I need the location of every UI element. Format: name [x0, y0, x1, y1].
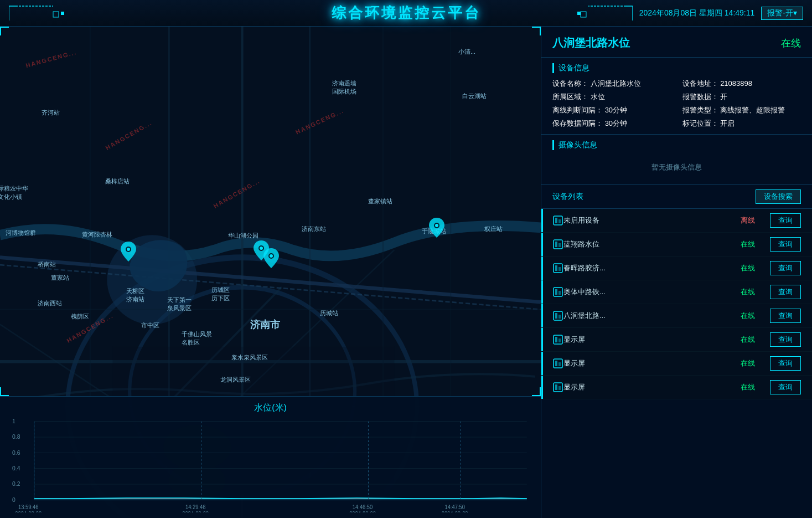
- svg-rect-85: [558, 386, 561, 390]
- info-mark-value: 开启: [720, 119, 735, 127]
- device-icon: [552, 358, 563, 369]
- svg-rect-74: [554, 311, 562, 320]
- info-alarm-type-value: 离线报警、超限报警: [720, 106, 785, 114]
- svg-text:13:59:46: 13:59:46: [18, 504, 39, 510]
- device-query-button[interactable]: 查询: [770, 285, 801, 299]
- header-right-decoration: [577, 5, 633, 22]
- info-save-label: 保存数据间隔：: [552, 119, 603, 127]
- svg-rect-79: [558, 339, 561, 342]
- info-save-interval: 保存数据间隔： 30分钟: [552, 119, 671, 129]
- svg-text:0.4: 0.4: [12, 465, 20, 471]
- device-row-status: 在线: [737, 239, 759, 249]
- info-name-value: 八涧堡北路水位: [591, 79, 641, 88]
- device-query-button[interactable]: 查询: [770, 356, 801, 371]
- device-query-button[interactable]: 查询: [770, 261, 801, 275]
- row-border: [541, 328, 543, 351]
- info-area-value: 水位: [591, 93, 605, 101]
- alarm-toggle-button[interactable]: 报警-开▾: [761, 7, 803, 20]
- device-row-status: 在线: [737, 311, 759, 321]
- row-border: [541, 376, 543, 399]
- chart-title: 水位(米): [11, 402, 530, 414]
- svg-rect-69: [555, 265, 557, 271]
- map-area: 齐河站 桑梓店站 济南遥墙国际机场 白云湖站 董家镇站 济南东站 于陵城站 权庄…: [0, 27, 541, 518]
- device-list-row: 蓝翔路水位在线查询: [541, 233, 812, 257]
- device-icon: [552, 334, 563, 345]
- device-row-name: 显示屏: [563, 335, 737, 345]
- header-left-deco: [9, 5, 64, 22]
- page-title: 综合环境监控云平台: [332, 3, 481, 23]
- svg-text:14:47:50: 14:47:50: [444, 504, 465, 510]
- info-mark-pos: 标记位置： 开启: [682, 119, 801, 129]
- device-list-title: 设备列表: [552, 192, 583, 202]
- device-icon: [552, 286, 563, 298]
- svg-rect-2: [61, 12, 64, 15]
- main-container: 齐河站 桑梓店站 济南遥墙国际机场 白云湖站 董家镇站 济南东站 于陵城站 权庄…: [0, 27, 812, 518]
- device-list: 未启用设备离线查询 蓝翔路水位在线查询 春晖路胶济...在线查询 奥体中路铁..…: [541, 209, 812, 518]
- svg-point-32: [270, 254, 273, 258]
- svg-rect-83: [554, 383, 562, 392]
- svg-text:1: 1: [12, 418, 15, 424]
- datetime-display: 2024年08月08日 星期四 14:49:11: [639, 8, 755, 18]
- svg-point-34: [435, 224, 438, 227]
- device-row-status: 在线: [737, 263, 759, 273]
- device-search-button[interactable]: 设备搜索: [756, 189, 801, 204]
- device-row-status: 在线: [737, 358, 759, 368]
- map-marker-1[interactable]: [121, 242, 136, 261]
- svg-rect-82: [558, 362, 561, 366]
- device-list-row: 显示屏在线查询: [541, 352, 812, 376]
- svg-rect-68: [554, 264, 562, 273]
- header: 综合环境监控云平台 2024年08月08日 星期四 14:49:11 报警-开▾: [0, 0, 812, 27]
- svg-rect-64: [558, 219, 561, 223]
- device-header: 八涧堡北路水位 在线: [541, 27, 812, 58]
- info-save-value: 30分钟: [605, 119, 627, 127]
- device-list-row: 显示屏在线查询: [541, 376, 812, 399]
- device-info-section: 设备信息 设备名称： 八涧堡北路水位 设备地址： 21083898 所属区域： …: [541, 58, 812, 135]
- device-icon: [552, 382, 563, 393]
- device-query-button[interactable]: 查询: [770, 332, 801, 347]
- info-mark-label: 标记位置：: [682, 119, 718, 127]
- svg-rect-80: [554, 359, 562, 368]
- info-grid: 设备名称： 八涧堡北路水位 设备地址： 21083898 所属区域： 水位 报警…: [552, 79, 801, 129]
- device-row-name: 显示屏: [563, 358, 737, 368]
- svg-rect-75: [555, 313, 557, 319]
- device-icon: [552, 215, 563, 226]
- svg-line-18: [0, 265, 541, 310]
- device-list-row: 奥体中路铁...在线查询: [541, 280, 812, 304]
- info-offline-value: 30分钟: [605, 106, 627, 114]
- info-area: 所属区域： 水位: [552, 92, 671, 102]
- row-border: [541, 209, 543, 232]
- device-query-button[interactable]: 查询: [770, 237, 801, 252]
- svg-text:2024-08-08: 2024-08-08: [442, 510, 468, 512]
- device-query-button[interactable]: 查询: [770, 309, 801, 323]
- map-marker-3[interactable]: [263, 248, 279, 268]
- device-list-row: 春晖路胶济...在线查询: [541, 257, 812, 280]
- device-row-status: 在线: [737, 335, 759, 345]
- corner-top-left: [0, 27, 9, 35]
- camera-section: 摄像头信息 暂无摄像头信息: [541, 135, 812, 185]
- svg-rect-81: [555, 361, 557, 366]
- info-area-label: 所属区域：: [552, 93, 588, 101]
- device-query-button[interactable]: 查询: [770, 380, 801, 394]
- svg-text:2024-08-08: 2024-08-08: [349, 510, 376, 512]
- row-border: [541, 233, 543, 256]
- info-address-label: 设备地址：: [682, 79, 718, 88]
- device-row-status: 在线: [737, 287, 759, 297]
- info-offline-label: 离线判断间隔：: [552, 106, 603, 114]
- info-name: 设备名称： 八涧堡北路水位: [552, 79, 671, 89]
- device-query-button[interactable]: 查询: [770, 213, 801, 228]
- device-list-header: 设备列表 设备搜索: [541, 185, 812, 209]
- svg-text:0: 0: [12, 496, 15, 502]
- svg-rect-71: [554, 288, 562, 296]
- svg-text:0.8: 0.8: [12, 433, 20, 440]
- camera-empty-text: 暂无摄像头信息: [552, 156, 801, 179]
- row-border: [541, 304, 543, 327]
- device-row-name: 春晖路胶济...: [563, 263, 737, 273]
- svg-marker-49: [34, 499, 527, 500]
- row-border: [541, 257, 543, 280]
- map-marker-4[interactable]: [429, 218, 444, 238]
- device-list-section: 设备列表 设备搜索 未启用设备离线查询 蓝翔路水位在线查询 春晖路胶济...在线…: [541, 185, 812, 518]
- device-list-row: 八涧堡北路...在线查询: [541, 304, 812, 328]
- chart-area: 1 0.8 0.6 0.4 0.2 0: [11, 418, 530, 512]
- svg-text:0.2: 0.2: [12, 480, 20, 487]
- info-name-label: 设备名称：: [552, 79, 588, 88]
